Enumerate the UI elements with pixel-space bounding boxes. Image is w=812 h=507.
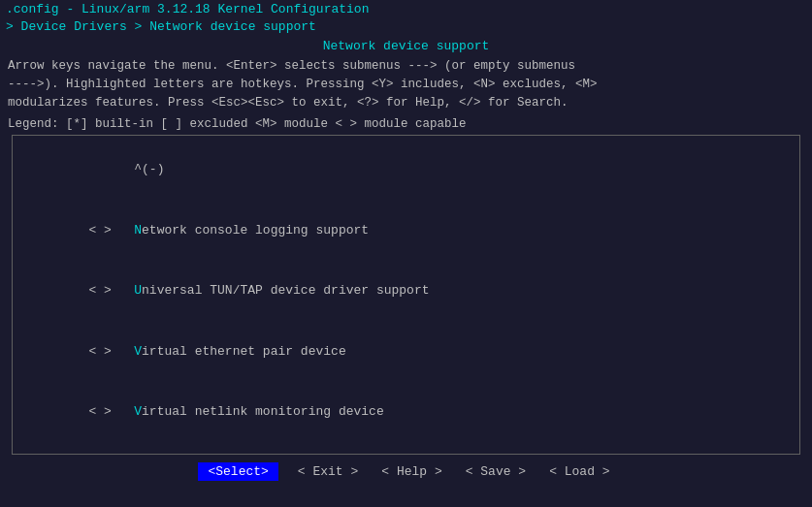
subtitle-bar: > Device Drivers > Network device suppor… — [0, 18, 812, 35]
page-heading: Network device support — [8, 39, 804, 53]
menu-item-1[interactable]: < > Network console logging support — [13, 201, 799, 261]
menu-item-0-prefix: ^(-) — [88, 162, 164, 176]
exit-button[interactable]: < Exit > — [294, 462, 362, 481]
main-container: Network device support Arrow keys naviga… — [0, 35, 812, 489]
menu-scroll: ^(-) < > Network console logging support… — [13, 140, 799, 450]
menu-item-2[interactable]: < > Universal TUN/TAP device driver supp… — [13, 261, 799, 321]
help-text: Arrow keys navigate the menu. <Enter> se… — [8, 57, 804, 111]
help-line3: modularizes features. Press <Esc><Esc> t… — [8, 94, 804, 112]
footer: <Select> < Exit > < Help > < Save > < Lo… — [8, 455, 804, 485]
menu-item-5: *** CAIF transport drivers *** — [13, 442, 799, 450]
legend-text: Legend: [*] built-in [ ] excluded <M> mo… — [8, 117, 804, 131]
help-line1: Arrow keys navigate the menu. <Enter> se… — [8, 57, 804, 76]
menu-item-0[interactable]: ^(-) — [13, 140, 799, 200]
load-button[interactable]: < Load > — [545, 462, 613, 481]
menu-box: ^(-) < > Network console logging support… — [12, 135, 800, 455]
save-button[interactable]: < Save > — [462, 462, 530, 481]
menu-item-4[interactable]: < > Virtual netlink monitoring device — [13, 382, 799, 442]
help-line2: ---->). Highlighted letters are hotkeys.… — [8, 76, 804, 94]
menu-item-3[interactable]: < > Virtual ethernet pair device — [13, 322, 799, 382]
window-title: .config - Linux/arm 3.12.18 Kernel Confi… — [6, 2, 369, 16]
title-bar: .config - Linux/arm 3.12.18 Kernel Confi… — [0, 0, 812, 18]
select-button[interactable]: <Select> — [198, 462, 277, 481]
help-button[interactable]: < Help > — [377, 462, 445, 481]
breadcrumb: > Device Drivers > Network device suppor… — [6, 19, 316, 34]
